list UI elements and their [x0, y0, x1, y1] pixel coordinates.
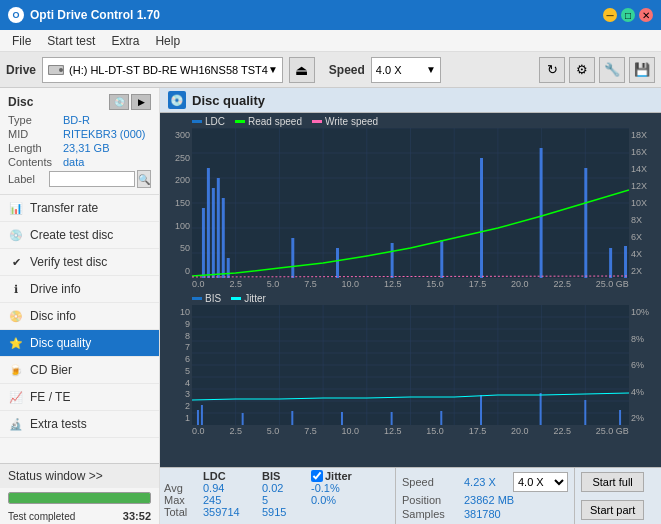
disc-label-row: Label 🔍	[8, 170, 151, 188]
minimize-button[interactable]: ─	[603, 8, 617, 22]
chart-title: Disc quality	[192, 93, 265, 108]
drive-label: Drive	[6, 63, 36, 77]
speed-dropdown[interactable]: 4.0 X	[513, 472, 568, 492]
by-right-2p: 2%	[631, 413, 655, 423]
nav-verify-test-disc-label: Verify test disc	[30, 255, 107, 269]
svg-rect-31	[584, 168, 587, 278]
legend-read-dot	[235, 120, 245, 123]
speed-selector[interactable]: 4.0 X ▼	[371, 57, 441, 83]
y-right-16x: 16X	[631, 147, 655, 157]
samples-value: 381780	[464, 508, 501, 520]
chart-header-icon: 💿	[168, 91, 186, 109]
bot-chart-section: BIS Jitter 10 9 8 7 6 5 4 3	[160, 290, 661, 467]
x-label-50: 5.0	[267, 279, 280, 289]
mid-label: MID	[8, 128, 63, 140]
avg-bis: 0.02	[262, 482, 307, 494]
svg-rect-55	[242, 413, 244, 425]
stats-avg-row: Avg 0.94 0.02 -0.1%	[164, 482, 391, 494]
svg-rect-58	[391, 412, 393, 425]
start-full-button[interactable]: Start full	[581, 472, 644, 492]
nav-cd-bier[interactable]: 🍺 CD Bier	[0, 357, 159, 384]
legend-write-dot	[312, 120, 322, 123]
svg-rect-26	[336, 248, 339, 278]
svg-rect-25	[291, 238, 294, 278]
nav-verify-test-disc[interactable]: ✔ Verify test disc	[0, 249, 159, 276]
disc-panel: Disc 💿 ▶ Type BD-R MID RITEKBR3 (000) Le…	[0, 88, 159, 195]
title-bar: O Opti Drive Control 1.70 ─ □ ✕	[0, 0, 661, 30]
y-left-200: 200	[166, 175, 190, 185]
nav-fe-te[interactable]: 📈 FE / TE	[0, 384, 159, 411]
menu-file[interactable]: File	[4, 32, 39, 50]
tools-button[interactable]: 🔧	[599, 57, 625, 83]
avg-label: Avg	[164, 482, 199, 494]
stats-header-row: LDC BIS Jitter	[164, 470, 391, 482]
nav-extra-tests[interactable]: 🔬 Extra tests	[0, 411, 159, 438]
nav-drive-info[interactable]: ℹ Drive info	[0, 276, 159, 303]
create-test-disc-icon: 💿	[8, 227, 24, 243]
nav-disc-quality[interactable]: ⭐ Disc quality	[0, 330, 159, 357]
svg-rect-22	[217, 178, 220, 278]
progress-bar-inner	[9, 493, 150, 503]
start-part-button[interactable]: Start part	[581, 500, 644, 520]
nav-create-test-disc[interactable]: 💿 Create test disc	[0, 222, 159, 249]
maximize-button[interactable]: □	[621, 8, 635, 22]
y-right-6x: 6X	[631, 232, 655, 242]
bot-chart-legend: BIS Jitter	[162, 292, 659, 305]
status-window-button[interactable]: Status window >>	[0, 464, 159, 488]
by-left-6: 6	[166, 354, 190, 364]
nav-extra-tests-label: Extra tests	[30, 417, 87, 431]
main-area: Disc 💿 ▶ Type BD-R MID RITEKBR3 (000) Le…	[0, 88, 661, 524]
jitter-checkbox[interactable]	[311, 470, 323, 482]
eject-button[interactable]: ⏏	[289, 57, 315, 83]
legend-bis: BIS	[192, 293, 221, 304]
svg-rect-59	[440, 411, 442, 425]
jitter-checkbox-group: Jitter	[311, 470, 391, 482]
disc-label-button[interactable]: 🔍	[137, 170, 151, 188]
by-right-10p: 10%	[631, 307, 655, 317]
nav-fe-te-label: FE / TE	[30, 390, 70, 404]
svg-rect-27	[391, 243, 394, 278]
nav-disc-info-label: Disc info	[30, 309, 76, 323]
drive-value: (H:) HL-DT-ST BD-RE WH16NS58 TST4	[69, 64, 268, 76]
x-label-25: 2.5	[229, 279, 242, 289]
svg-rect-23	[222, 198, 225, 278]
y-right-12x: 12X	[631, 181, 655, 191]
drive-selector[interactable]: (H:) HL-DT-ST BD-RE WH16NS58 TST4 ▼	[42, 57, 283, 83]
nav-transfer-rate[interactable]: 📊 Transfer rate	[0, 195, 159, 222]
settings-button[interactable]: ⚙	[569, 57, 595, 83]
save-button[interactable]: 💾	[629, 57, 655, 83]
drive-info-icon: ℹ	[8, 281, 24, 297]
nav-transfer-rate-label: Transfer rate	[30, 201, 98, 215]
bx-label-125: 12.5	[384, 426, 402, 436]
svg-rect-30	[540, 148, 543, 278]
x-label-150: 15.0	[426, 279, 444, 289]
verify-test-disc-icon: ✔	[8, 254, 24, 270]
by-left-3: 3	[166, 389, 190, 399]
menu-help[interactable]: Help	[147, 32, 188, 50]
app-logo: O	[8, 7, 24, 23]
disc-type-row: Type BD-R	[8, 114, 151, 126]
disc-icon-2[interactable]: ▶	[131, 94, 151, 110]
disc-label-input[interactable]	[49, 171, 135, 187]
disc-mid-row: MID RITEKBR3 (000)	[8, 128, 151, 140]
close-button[interactable]: ✕	[639, 8, 653, 22]
speed-row: Speed 4.23 X 4.0 X	[402, 472, 568, 492]
menu-start-test[interactable]: Start test	[39, 32, 103, 50]
type-value: BD-R	[63, 114, 90, 126]
refresh-button[interactable]: ↻	[539, 57, 565, 83]
stats-table: LDC BIS Jitter Avg 0.94 0.02 -0.1% Max 2…	[160, 468, 396, 524]
disc-contents-row: Contents data	[8, 156, 151, 168]
bot-chart-x-labels: 0.0 2.5 5.0 7.5 10.0 12.5 15.0 17.5 20.0…	[162, 425, 659, 437]
legend-bis-dot	[192, 297, 202, 300]
disc-icon-1[interactable]: 💿	[109, 94, 129, 110]
speed-value: 4.23 X	[464, 476, 509, 488]
total-ldc: 359714	[203, 506, 258, 518]
x-label-100: 10.0	[342, 279, 360, 289]
disc-icon-buttons: 💿 ▶	[109, 94, 151, 110]
by-left-9: 9	[166, 319, 190, 329]
legend-bis-label: BIS	[205, 293, 221, 304]
menu-extra[interactable]: Extra	[103, 32, 147, 50]
nav-disc-info[interactable]: 📀 Disc info	[0, 303, 159, 330]
contents-label: Contents	[8, 156, 63, 168]
legend-ldc-label: LDC	[205, 116, 225, 127]
